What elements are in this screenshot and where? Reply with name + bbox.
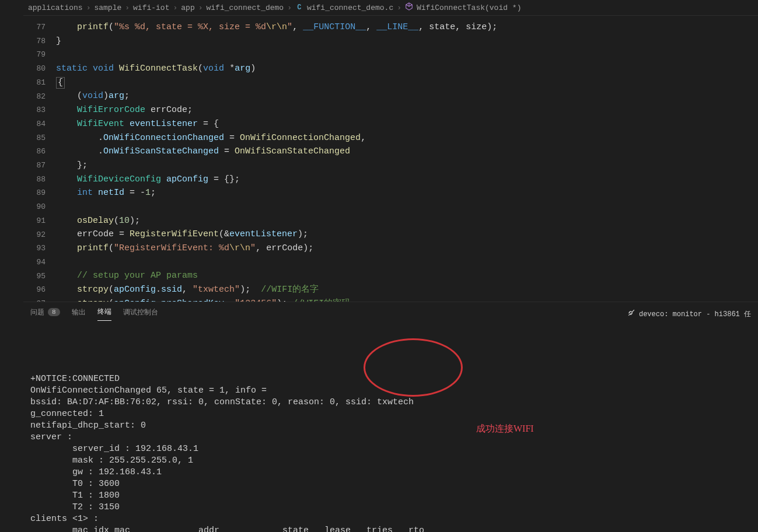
problems-badge: 8 [48, 308, 60, 316]
tab-label: 终端 [97, 307, 111, 317]
tab-terminal[interactable]: 终端 [97, 307, 111, 321]
tab-problems[interactable]: 问题 8 [30, 307, 60, 321]
code-editor[interactable]: 7778798081828384858687888990919293949596… [23, 16, 758, 302]
breadcrumb-file[interactable]: wifi_connect_demo.c [307, 4, 393, 12]
breadcrumb-item[interactable]: wifi_connect_demo [207, 4, 284, 12]
c-file-icon: C [295, 4, 303, 12]
activity-bar-gutter [0, 16, 23, 302]
code-content[interactable]: printf("%s %d, state = %X, size = %d\r\n… [56, 16, 758, 302]
chevron-right-icon: › [125, 4, 130, 12]
breadcrumb-item[interactable]: wifi-iot [133, 4, 169, 12]
terminal-output[interactable]: 成功连接WIFI +NOTICE:CONNECTEDOnWifiConnecti… [28, 321, 753, 532]
breadcrumb-item[interactable]: sample [94, 4, 121, 12]
breadcrumb: applications › sample › wifi-iot › app ›… [23, 0, 758, 16]
panel-right-label: deveco: monitor - hi3861 任 [639, 309, 751, 319]
tools-icon [627, 309, 635, 319]
tab-debug-console[interactable]: 调试控制台 [123, 307, 158, 321]
chevron-right-icon: › [287, 4, 292, 12]
chevron-right-icon: › [86, 4, 91, 12]
chevron-right-icon: › [198, 4, 203, 12]
chevron-right-icon: › [173, 4, 177, 12]
breadcrumb-item[interactable]: app [181, 4, 194, 12]
symbol-icon [405, 2, 413, 13]
line-numbers: 7778798081828384858687888990919293949596… [23, 16, 56, 302]
tab-label: 问题 [30, 307, 44, 317]
tab-output[interactable]: 输出 [72, 307, 86, 321]
tab-label: 调试控制台 [123, 307, 158, 317]
chevron-right-icon: › [397, 4, 401, 12]
panel-right-tools[interactable]: deveco: monitor - hi3861 任 [627, 309, 751, 319]
bottom-panel: 问题 8 输出 终端 调试控制台 deveco: monitor - hi386… [23, 302, 758, 530]
breadcrumb-item[interactable]: applications [28, 4, 83, 12]
breadcrumb-symbol[interactable]: WifiConnectTask(void *) [417, 4, 521, 12]
annotation-text: 成功连接WIFI [476, 423, 534, 435]
tab-label: 输出 [72, 307, 86, 317]
panel-tabs: 问题 8 输出 终端 调试控制台 deveco: monitor - hi386… [28, 302, 753, 321]
